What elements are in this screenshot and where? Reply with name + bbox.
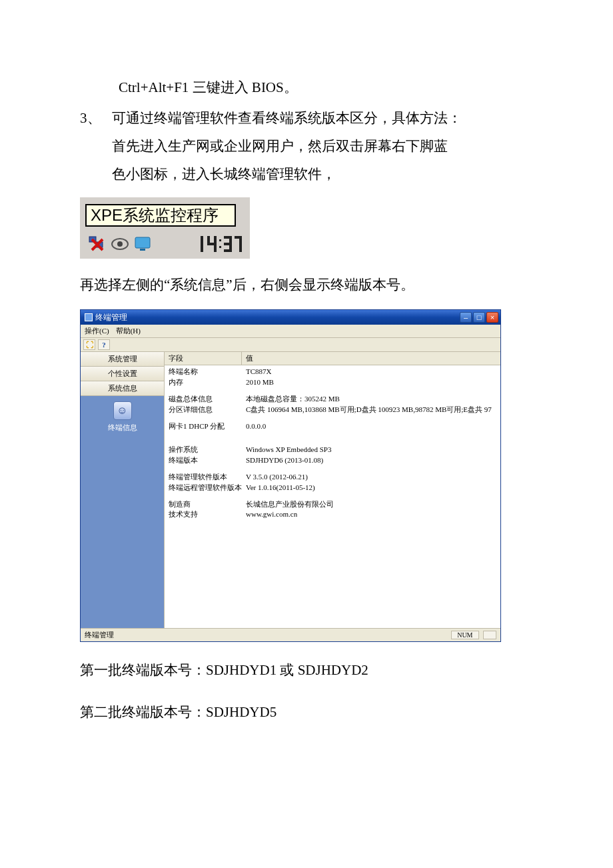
table-row: 操作系统Windows XP Embedded SP3: [165, 445, 500, 455]
minimize-button[interactable]: –: [460, 312, 472, 323]
terminal-info-label: 终端信息: [108, 423, 137, 433]
item-3: 3、 可通过终端管理软件查看终端系统版本区分，具体方法： 首先进入生产网或企业网…: [80, 104, 533, 188]
tray-icons-group: [88, 235, 152, 253]
version-batch-1: 第一批终端版本号：SDJHDYD1 或 SDJHDYD2: [80, 656, 533, 684]
table-row: 磁盘总体信息本地磁盘总容量：305242 MB: [165, 394, 500, 404]
table-row: 终端远程管理软件版本Ver 1.0.16(2011-05-12): [165, 483, 500, 493]
bios-line: Ctrl+Alt+F1 三键进入 BIOS。: [80, 73, 533, 101]
svg-rect-10: [219, 239, 221, 241]
table-row: 制造商长城信息产业股份有限公司: [165, 499, 500, 509]
svg-rect-14: [224, 243, 232, 245]
sidebar-item-system-mgmt[interactable]: 系统管理: [81, 352, 164, 367]
svg-rect-4: [135, 237, 150, 248]
tray-screenshot: XPE系统监控程序: [80, 197, 250, 259]
sidebar-item-system-info[interactable]: 系统信息: [81, 381, 164, 396]
item-3-line1: 可通过终端管理软件查看终端系统版本区分，具体方法：: [112, 104, 533, 132]
tray-time: [198, 235, 242, 253]
item-3-number: 3、: [80, 104, 112, 188]
table-row: 终端管理软件版本V 3.5.0 (2012-06.21): [165, 472, 500, 482]
tray-tooltip: XPE系统监控程序: [85, 204, 236, 227]
window-title: 终端管理: [95, 312, 127, 323]
left-pane: 系统管理 个性设置 系统信息 ☺ 终端信息: [81, 352, 165, 628]
version-batch-2: 第二批终端版本号：SDJHDYD5: [80, 698, 533, 726]
close-button[interactable]: ×: [486, 312, 498, 323]
terminal-mgmt-window: 终端管理 – □ × 操作(C) 帮助(H) ⛶ ? 系统管理 个性设置 系统信…: [80, 309, 501, 642]
svg-rect-17: [239, 236, 242, 252]
grid-body: 终端名称TC887X 内存2010 MB 磁盘总体信息本地磁盘总容量：30524…: [165, 365, 500, 628]
table-row: 终端版本SDJHDYD6 (2013-01.08): [165, 455, 500, 465]
svg-rect-6: [201, 236, 203, 252]
item-3-line2: 首先进入生产网或企业网用户，然后双击屏幕右下脚蓝: [112, 132, 533, 160]
sidebar-item-personal[interactable]: 个性设置: [81, 367, 164, 381]
eye-icon: [111, 235, 129, 253]
status-num: NUM: [451, 631, 478, 639]
table-row: 内存2010 MB: [165, 377, 500, 387]
monitor-icon: [133, 235, 152, 253]
after-tray-text: 再选择左侧的“系统信息”后，右侧会显示终端版本号。: [80, 271, 533, 299]
network-disconnected-icon: [88, 235, 107, 253]
table-row: 技术支持www.gwi.com.cn: [165, 509, 500, 519]
statusbar: 终端管理 NUM: [81, 628, 500, 641]
svg-rect-11: [219, 246, 221, 248]
col-field[interactable]: 字段: [165, 352, 242, 365]
menu-help[interactable]: 帮助(H): [116, 326, 141, 336]
toolbar: ⛶ ?: [81, 338, 500, 352]
terminal-info-icon[interactable]: ☺: [113, 401, 132, 420]
svg-rect-15: [224, 249, 232, 252]
table-row: 分区详细信息C盘共 106964 MB,103868 MB可用;D盘共 1009…: [165, 405, 500, 415]
app-icon: [85, 313, 93, 321]
svg-rect-5: [140, 249, 145, 251]
item-3-line3: 色小图标，进入长城终端管理软件，: [112, 160, 533, 188]
menubar: 操作(C) 帮助(H): [81, 325, 500, 338]
toolbar-fullscreen-button[interactable]: ⛶: [83, 339, 95, 350]
col-value[interactable]: 值: [242, 352, 500, 365]
table-row: 网卡1 DHCP 分配0.0.0.0: [165, 421, 500, 431]
maximize-button[interactable]: □: [473, 312, 485, 323]
table-row: 终端名称TC887X: [165, 367, 500, 377]
svg-point-3: [117, 241, 123, 247]
right-pane: 字段 值 终端名称TC887X 内存2010 MB 磁盘总体信息本地磁盘总容量：…: [165, 352, 500, 628]
menu-operate[interactable]: 操作(C): [85, 326, 109, 336]
status-empty: [483, 631, 497, 639]
toolbar-help-button[interactable]: ?: [98, 339, 110, 350]
svg-rect-9: [207, 243, 217, 245]
titlebar: 终端管理 – □ ×: [81, 310, 500, 325]
grid-header: 字段 值: [165, 352, 500, 365]
status-left: 终端管理: [85, 630, 114, 640]
